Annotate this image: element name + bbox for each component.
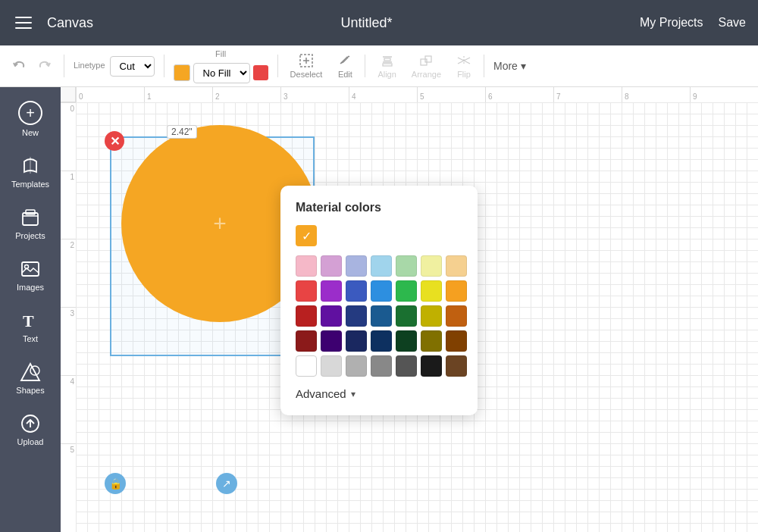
color-swatch[interactable] bbox=[396, 280, 417, 302]
redo-button[interactable] bbox=[33, 55, 55, 77]
sidebar-item-upload[interactable]: Upload bbox=[4, 405, 57, 454]
deselect-button[interactable]: Deselect bbox=[287, 52, 326, 80]
ruler-top-5: 5 bbox=[417, 87, 485, 102]
ruler-top-2: 2 bbox=[212, 87, 280, 102]
my-projects-button[interactable]: My Projects bbox=[640, 16, 703, 30]
color-grid bbox=[296, 255, 462, 377]
ruler-top-1: 1 bbox=[144, 87, 212, 102]
ruler-top-4: 4 bbox=[349, 87, 417, 102]
align-button[interactable]: Align bbox=[374, 52, 399, 80]
close-handle[interactable]: ✕ bbox=[105, 131, 124, 151]
color-swatch[interactable] bbox=[371, 280, 392, 302]
header: Canvas Untitled* My Projects Save bbox=[0, 0, 758, 45]
color-swatch[interactable] bbox=[321, 280, 342, 302]
color-swatch[interactable] bbox=[396, 255, 417, 277]
ruler-left-5: 5 bbox=[61, 443, 76, 512]
color-swatch[interactable] bbox=[346, 280, 367, 302]
save-button[interactable]: Save bbox=[719, 16, 746, 30]
color-swatch[interactable] bbox=[446, 255, 467, 277]
shapes-icon bbox=[20, 361, 41, 383]
color-swatch[interactable] bbox=[346, 330, 367, 352]
sidebar-item-shapes[interactable]: Shapes bbox=[4, 354, 57, 402]
arrange-label: Arrange bbox=[412, 70, 441, 79]
color-swatch[interactable] bbox=[371, 355, 392, 377]
color-swatch[interactable] bbox=[371, 255, 392, 277]
color-swatch[interactable] bbox=[321, 255, 342, 277]
separator-5 bbox=[484, 55, 484, 77]
projects-icon bbox=[20, 207, 41, 228]
selected-color-check[interactable]: ✓ bbox=[296, 225, 317, 246]
color-swatch[interactable] bbox=[346, 355, 367, 377]
color-swatch[interactable] bbox=[396, 305, 417, 327]
color-swatch[interactable] bbox=[346, 255, 367, 277]
sidebar-item-new[interactable]: + New bbox=[4, 93, 57, 145]
color-swatch[interactable] bbox=[371, 330, 392, 352]
svg-rect-6 bbox=[383, 64, 392, 66]
align-label: Align bbox=[377, 70, 396, 79]
color-swatch[interactable] bbox=[296, 280, 317, 302]
sidebar-images-label: Images bbox=[17, 283, 44, 292]
color-swatch[interactable] bbox=[421, 280, 442, 302]
advanced-label: Advanced bbox=[296, 387, 346, 400]
text-icon: T bbox=[20, 310, 41, 331]
color-swatch[interactable] bbox=[446, 330, 467, 352]
hamburger-menu-icon[interactable] bbox=[12, 14, 35, 32]
color-swatch[interactable] bbox=[321, 355, 342, 377]
color-swatch[interactable] bbox=[421, 255, 442, 277]
color-picker-title: Material colors bbox=[296, 201, 462, 214]
sidebar-item-text[interactable]: T Text bbox=[4, 302, 57, 351]
rotate-handle[interactable]: ↗ bbox=[216, 473, 237, 494]
lock-handle[interactable]: 🔒 bbox=[105, 473, 126, 494]
color-swatch[interactable] bbox=[296, 255, 317, 277]
sidebar-text-label: Text bbox=[23, 334, 38, 343]
linetype-label: Linetype bbox=[74, 61, 105, 70]
color-swatch[interactable] bbox=[421, 305, 442, 327]
color-swatch[interactable] bbox=[446, 280, 467, 302]
color-swatch-white[interactable] bbox=[296, 355, 317, 377]
sidebar-item-images[interactable]: Images bbox=[4, 251, 57, 299]
undo-button[interactable] bbox=[9, 55, 30, 77]
color-swatch[interactable] bbox=[396, 355, 417, 377]
sidebar-new-label: New bbox=[22, 128, 39, 137]
main-area: + New Templates Projects Images bbox=[0, 87, 758, 532]
svg-rect-11 bbox=[26, 210, 35, 214]
edit-button[interactable]: Edit bbox=[334, 52, 356, 80]
document-title: Untitled* bbox=[340, 15, 392, 31]
color-swatch[interactable] bbox=[296, 330, 317, 352]
pen-icon[interactable] bbox=[253, 65, 268, 80]
sidebar-item-templates[interactable]: Templates bbox=[4, 148, 57, 196]
ruler-left: 0 1 2 3 4 5 bbox=[61, 102, 76, 532]
color-swatch[interactable] bbox=[396, 330, 417, 352]
color-swatch[interactable] bbox=[296, 305, 317, 327]
dimension-label: 2.42" bbox=[167, 125, 197, 139]
more-arrow-icon: ▾ bbox=[521, 60, 526, 72]
ruler-top-6: 6 bbox=[485, 87, 553, 102]
ruler-left-2: 2 bbox=[61, 239, 76, 307]
header-right: My Projects Save bbox=[640, 16, 746, 30]
more-button[interactable]: More ▾ bbox=[493, 60, 526, 72]
color-swatch[interactable] bbox=[446, 305, 467, 327]
ruler-left-3: 3 bbox=[61, 307, 76, 375]
color-swatch[interactable] bbox=[371, 305, 392, 327]
sidebar-item-projects[interactable]: Projects bbox=[4, 199, 57, 248]
color-swatch[interactable] bbox=[446, 355, 467, 377]
flip-button[interactable]: Flip bbox=[453, 52, 475, 80]
color-swatch[interactable] bbox=[346, 305, 367, 327]
linetype-select[interactable]: Cut bbox=[110, 56, 155, 77]
ruler-left-4: 4 bbox=[61, 375, 76, 443]
ruler-left-0: 0 bbox=[61, 102, 76, 171]
color-swatch[interactable] bbox=[321, 330, 342, 352]
svg-rect-4 bbox=[384, 58, 390, 61]
header-left: Canvas bbox=[12, 14, 93, 32]
color-swatch[interactable] bbox=[421, 355, 442, 377]
canvas-area[interactable]: 0 1 2 3 4 5 6 7 8 9 0 1 2 3 4 5 bbox=[61, 87, 758, 532]
arrange-button[interactable]: Arrange bbox=[409, 52, 444, 80]
ruler-top-9: 9 bbox=[690, 87, 758, 102]
advanced-button[interactable]: Advanced ▾ bbox=[296, 387, 356, 400]
fill-color-swatch[interactable] bbox=[174, 64, 190, 81]
crosshair-icon: + bbox=[213, 212, 227, 235]
color-swatch[interactable] bbox=[321, 305, 342, 327]
linetype-group: Linetype Cut bbox=[74, 56, 155, 77]
fill-select[interactable]: No Fill bbox=[193, 63, 250, 83]
color-swatch[interactable] bbox=[421, 330, 442, 352]
